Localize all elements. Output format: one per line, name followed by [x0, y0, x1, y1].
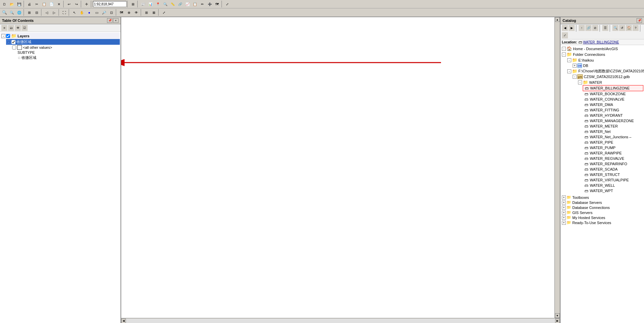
all-other-checkbox[interactable]	[12, 45, 16, 49]
cat-item-water_billingzone[interactable]: 🗃WATER_BILLINGZONE	[583, 85, 643, 91]
toc-selection-btn[interactable]: ☑	[22, 25, 28, 31]
cut-button[interactable]: ✂	[33, 1, 40, 7]
catalog-up-btn[interactable]: ↑	[579, 25, 585, 31]
viewer-btn[interactable]: 👁	[133, 9, 140, 16]
cat-item-water_virtualpipe[interactable]: 🗃WATER_VIRTUALPIPE	[583, 177, 643, 183]
scale-button[interactable]: ⊞	[130, 1, 136, 7]
globe-btn[interactable]: 🌐	[16, 9, 23, 16]
zoom-in-btn[interactable]: 🔍	[1, 9, 8, 16]
graph-button[interactable]: 📈	[184, 1, 191, 7]
cat-e-haikou[interactable]: - 📁 E:\haikou	[567, 57, 643, 63]
toc-close-btn[interactable]: ×	[113, 18, 118, 23]
cat-bottom-toolboxes[interactable]: +📁Toolboxes	[561, 195, 643, 200]
bottom-expand-database-servers[interactable]: +	[562, 201, 566, 205]
cat-item-water_repairinfo[interactable]: 🗃WATER_REPAIRINFO	[583, 161, 643, 167]
catalog-connect-btn[interactable]: 🔗	[585, 25, 591, 31]
catalog-expand-btn[interactable]: ⤢	[562, 32, 568, 38]
cat-item-water_rawpipe[interactable]: 🗃WATER_RAWPIPE	[583, 150, 643, 156]
undo-button[interactable]: ↩	[66, 1, 72, 7]
layers-expand-btn[interactable]: -	[1, 34, 5, 38]
move-button[interactable]: ✛	[83, 1, 90, 7]
editor-button[interactable]: 📰	[140, 1, 146, 7]
delete-button[interactable]: ✕	[56, 1, 62, 7]
toc-visibility-btn[interactable]: 👁	[15, 25, 21, 31]
measure-button[interactable]: 📏	[169, 1, 176, 7]
cat-item-water_meter[interactable]: 🗃WATER_METER	[583, 123, 643, 129]
zoom-out-btn[interactable]: 🔍	[8, 9, 15, 16]
cat-home[interactable]: - 🏠 Home - Documents\ArcGIS	[561, 46, 643, 51]
cat-bottom-gis-servers[interactable]: +📁GIS Servers	[561, 210, 643, 215]
vscroll-down-btn[interactable]: ▼	[555, 313, 560, 318]
arcmap-button[interactable]: 🗺	[214, 1, 221, 7]
cat-item-water_net_junctions[interactable]: 🗃WATER_Net_Junctions –	[583, 134, 643, 140]
layer-shou-expand[interactable]: -	[7, 40, 11, 44]
zoom-next-btn[interactable]: ▷	[51, 9, 58, 16]
cat-item-water_bookzone[interactable]: 🗃WATER_BOOKZONE	[583, 91, 643, 97]
cat-f-chose[interactable]: - 📁 F:\Chose\地图数据\CZSW_DATA20210512.gd	[567, 68, 643, 74]
cat-folder-connections[interactable]: - 📁 Folder Connections	[561, 51, 643, 57]
zoom-extent-btn[interactable]: ⊟	[33, 9, 40, 16]
gdb-expand-btn[interactable]: -	[573, 75, 577, 79]
zoom-prev-btn[interactable]: ◁	[43, 9, 50, 16]
catalog-home-btn[interactable]: 🏠	[626, 25, 632, 31]
print-button[interactable]: 🖨	[26, 1, 33, 7]
find-button[interactable]: 🔍	[162, 1, 169, 7]
magnifier-btn[interactable]: ⊕	[126, 9, 132, 16]
draw-button[interactable]: ✏	[199, 1, 206, 7]
layers-checkbox[interactable]	[6, 34, 10, 38]
cat-item-water_scada[interactable]: 🗃WATER_SCADA	[583, 167, 643, 172]
catalog-fwd-btn[interactable]: ▶	[569, 25, 575, 31]
new-button[interactable]: 🗋	[1, 1, 8, 7]
catalog-search-btn[interactable]: 🔍	[612, 25, 618, 31]
toc-source-btn[interactable]: 🗂	[8, 25, 14, 31]
cat-item-water_pump[interactable]: 🗃WATER_PUMP	[583, 145, 643, 150]
cat-gdb[interactable]: - gdb CZSW_DATA20210512.gdb	[572, 74, 643, 79]
pan-btn[interactable]: ✋	[78, 9, 85, 16]
hscroll-track[interactable]	[126, 319, 555, 323]
cat-item-water_wpt[interactable]: 🗃WATER_WPT	[583, 188, 643, 193]
cat-item-water_managerzone[interactable]: 🗃WATER_MANAGERZONE	[583, 118, 643, 123]
toc-all-other-values[interactable]: <all other values>	[11, 45, 120, 50]
attribute-button[interactable]: 📊	[147, 1, 154, 7]
bottom-expand-ready-to-use-services[interactable]: +	[562, 221, 566, 225]
db-expand-btn[interactable]: +	[573, 64, 577, 68]
toc-list-btn[interactable]: ≡	[1, 25, 7, 31]
cat-water-folder[interactable]: - 📁 WATER	[577, 79, 643, 85]
redo-button[interactable]: ↪	[73, 1, 80, 7]
catalog-view-btn[interactable]: ☰	[602, 25, 608, 31]
catalog-disconnect-btn[interactable]: ⊘	[592, 25, 598, 31]
f-chose-expand-btn[interactable]: -	[567, 69, 571, 73]
hyperlink-button[interactable]: 🔗	[177, 1, 183, 7]
catalog-back-btn[interactable]: ◀	[562, 25, 568, 31]
cat-item-water_convalve[interactable]: 🗃WATER_CONVALVE	[583, 97, 643, 102]
folder-conn-expand-btn[interactable]: -	[562, 52, 566, 57]
add-data-button[interactable]: ➕	[206, 1, 213, 7]
select-btn[interactable]: ⛶	[61, 9, 68, 16]
bottom-expand-database-connections[interactable]: +	[562, 206, 566, 210]
catalog-pin-btn[interactable]: 📌	[637, 18, 642, 23]
expand2-btn[interactable]: ⤢	[161, 9, 167, 16]
cat-item-water_pipe[interactable]: 🗃WATER_PIPE	[583, 140, 643, 145]
zoom-window-btn[interactable]: ▭	[93, 9, 100, 16]
catalog-help-btn[interactable]: ?	[633, 25, 639, 31]
continuous-zoom-btn[interactable]: 🔎	[101, 9, 107, 16]
cat-item-water_struct[interactable]: 🗃WATER_STRUCT	[583, 172, 643, 177]
toc-subtype[interactable]: SUBTYPE	[11, 50, 120, 55]
toc-polygon-item[interactable]: □ 收缴区域	[17, 55, 120, 61]
zoom-all-btn[interactable]: ⊠	[150, 9, 157, 16]
bottom-expand-toolboxes[interactable]: +	[562, 195, 566, 200]
home-expand-btn[interactable]: -	[562, 47, 566, 51]
bottom-expand-my-hosted-services[interactable]: +	[562, 216, 566, 220]
expand-button[interactable]: ⤢	[224, 1, 231, 7]
location-value[interactable]: WATER_BILLINGZONE	[583, 40, 619, 44]
cat-item-water_dma[interactable]: 🗃WATER_DMA	[583, 102, 643, 107]
toc-layers-group[interactable]: - 📁 Layers	[1, 33, 120, 39]
paste-button[interactable]: 📄	[48, 1, 55, 7]
cat-bottom-ready-to-use-services[interactable]: +📁Ready-To-Use Services	[561, 220, 643, 225]
save-button[interactable]: 💾	[16, 1, 23, 7]
full-extent-btn[interactable]: ⊞	[26, 9, 33, 16]
pointer-btn[interactable]: ↖	[71, 9, 78, 16]
polygon-expand-btn[interactable]: □	[18, 56, 21, 60]
layer-shou-checkbox[interactable]	[11, 40, 15, 44]
zoom-map-btn[interactable]: ⊞	[143, 9, 150, 16]
